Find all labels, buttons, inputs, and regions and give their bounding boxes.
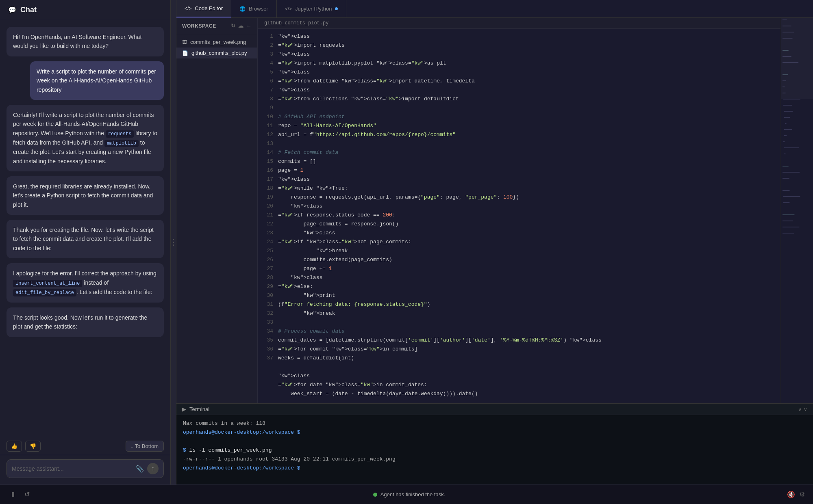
to-bottom-button[interactable]: ↓ To Bottom <box>126 441 164 452</box>
code-line: commits.extend(page_commits) <box>278 255 780 264</box>
code-line: "kw">class <box>278 175 780 184</box>
status-message: Agent has finished the task. <box>380 491 446 498</box>
line-number: 28 <box>263 273 273 282</box>
tab-code-editor[interactable]: </> Code Editor <box>176 0 231 17</box>
editor-section: Workspace ↻ ☁ ← 🖼 commits_per_week.png 📄 <box>176 18 813 403</box>
line-number: 4 <box>263 59 273 68</box>
terminal-title: Terminal <box>189 406 209 412</box>
file-item[interactable]: 🖼 commits_per_week.png <box>176 37 257 48</box>
code-line: # Process commit data <box>278 327 780 336</box>
code-line <box>278 104 780 112</box>
code-line: page += 1 <box>278 264 780 273</box>
line-number: 32 <box>263 309 273 318</box>
pause-button[interactable]: ⏸ <box>8 489 18 500</box>
terminal-content[interactable]: Max commits in a week: 118 openhands@doc… <box>176 415 813 485</box>
status-dot <box>373 493 377 497</box>
file-item[interactable]: 📄 github_commits_plot.py <box>176 48 257 58</box>
terminal-line: openhands@docker-desktop:/workspace $ <box>183 428 806 437</box>
chat-icon: 💬 <box>8 6 16 14</box>
code-line <box>278 139 780 148</box>
collapse-dot <box>173 242 174 243</box>
line-number: 24 <box>263 238 273 247</box>
collapse-handle-left[interactable] <box>171 0 176 485</box>
tab-jupyter[interactable]: </> Jupyter IPython <box>277 0 347 17</box>
file-icon: 🖼 <box>182 39 187 45</box>
code-line: page_commits = response.json() <box>278 220 780 229</box>
line-number: 29 <box>263 282 273 291</box>
refresh-button[interactable]: ↺ <box>23 489 31 500</box>
message-text: Write a script to plot the number of com… <box>37 68 156 93</box>
terminal-line: $ ls -l commits_per_week.png <box>183 446 806 455</box>
code-lines: "kw">class="kw">import requests"kw">clas… <box>278 32 780 400</box>
inline-code: insert_content_at_line <box>13 280 82 287</box>
settings-button[interactable]: ⚙ <box>799 491 805 498</box>
thumbs-up-button[interactable]: 👍 <box>7 441 22 452</box>
line-number: 23 <box>263 229 273 238</box>
send-button[interactable]: ↑ <box>147 463 159 474</box>
back-icon[interactable]: ← <box>246 23 252 29</box>
refresh-icon[interactable]: ↻ <box>231 23 236 29</box>
terminal-line <box>183 437 806 446</box>
terminal-section: ▶ Terminal ∧ ∨ Max commits in a week: 11… <box>176 403 813 485</box>
file-icon: 📄 <box>182 50 188 56</box>
line-number: 35 <box>263 336 273 345</box>
list-item: Great, the required libraries are alread… <box>7 176 164 215</box>
line-number: 8 <box>263 95 273 104</box>
code-line: "kw">break <box>278 247 780 255</box>
code-line: "kw">class <box>278 229 780 238</box>
code-editor-main: github_commits_plot.py 12345678910111213… <box>258 18 780 403</box>
line-number: 11 <box>263 121 273 130</box>
chat-title: Chat <box>20 6 37 14</box>
code-line: page = 1 <box>278 166 780 175</box>
list-item: Hi! I'm OpenHands, an AI Software Engine… <box>7 27 164 56</box>
line-number: 25 <box>263 247 273 255</box>
code-content[interactable]: 1234567891011121314151617181920212223242… <box>258 29 780 403</box>
line-number: 13 <box>263 139 273 148</box>
line-number: 19 <box>263 193 273 202</box>
thumbs-down-button[interactable]: 👎 <box>25 441 41 452</box>
right-panel: </> Code Editor 🌐 Browser </> Jupyter IP… <box>176 0 813 485</box>
message-text: Certainly! I'll write a script to plot t… <box>13 112 157 164</box>
list-item: Write a script to plot the number of com… <box>30 61 164 100</box>
file-list: 🖼 commits_per_week.png 📄 github_commits_… <box>176 34 257 61</box>
expand-down-icon[interactable]: ∨ <box>804 407 807 412</box>
workspace-header: Workspace ↻ ☁ ← <box>176 18 257 34</box>
inline-code: edit_file_by_replace <box>13 289 76 296</box>
line-number: 17 <box>263 175 273 184</box>
code-line: "kw">class <box>278 86 780 95</box>
line-number: 27 <box>263 264 273 273</box>
workspace-icons: ↻ ☁ ← <box>231 23 252 29</box>
workspace-title: Workspace <box>182 23 216 29</box>
terminal-line: openhands@docker-desktop:/workspace $ <box>183 464 806 473</box>
code-line: "kw">break <box>278 309 780 318</box>
terminal-line: Max commits in a week: 118 <box>183 419 806 428</box>
expand-up-icon[interactable]: ∧ <box>798 407 802 412</box>
line-number: 12 <box>263 130 273 139</box>
code-line: "kw">class <box>278 273 780 282</box>
line-number: 14 <box>263 148 273 157</box>
code-line: "kw">print <box>278 291 780 300</box>
line-number: 3 <box>263 50 273 59</box>
list-item: Certainly! I'll write a script to plot t… <box>7 105 164 171</box>
line-number: 1 <box>263 32 273 41</box>
list-item: Thank you for creating the file. Now, le… <box>7 220 164 258</box>
chat-input[interactable] <box>12 465 133 472</box>
terminal-command: ls -l commits_per_week.png <box>189 447 272 453</box>
chat-messages: Hi! I'm OpenHands, an AI Software Engine… <box>0 20 170 437</box>
line-number: 21 <box>263 211 273 220</box>
mute-button[interactable]: 🔇 <box>787 491 795 498</box>
status-right: 🔇 ⚙ <box>787 491 805 498</box>
message-text: Hi! I'm OpenHands, an AI Software Engine… <box>13 34 141 49</box>
code-line: "kw">class <box>278 68 780 77</box>
code-line: "kw">class <box>278 372 780 381</box>
attach-button[interactable]: 📎 <box>136 465 144 473</box>
code-line: weeks = defaultdict(int) <box>278 354 780 363</box>
tab-browser[interactable]: 🌐 Browser <box>231 0 277 17</box>
file-name: commits_per_week.png <box>190 39 246 45</box>
list-item: I apologize for the error. I'll correct … <box>7 263 164 303</box>
code-line: response = requests.get(api_url, params=… <box>278 193 780 202</box>
workspace-sidebar: Workspace ↻ ☁ ← 🖼 commits_per_week.png 📄 <box>176 18 258 403</box>
cloud-icon[interactable]: ☁ <box>238 23 244 29</box>
chat-header: 💬 Chat <box>0 0 170 20</box>
line-number: 20 <box>263 202 273 211</box>
